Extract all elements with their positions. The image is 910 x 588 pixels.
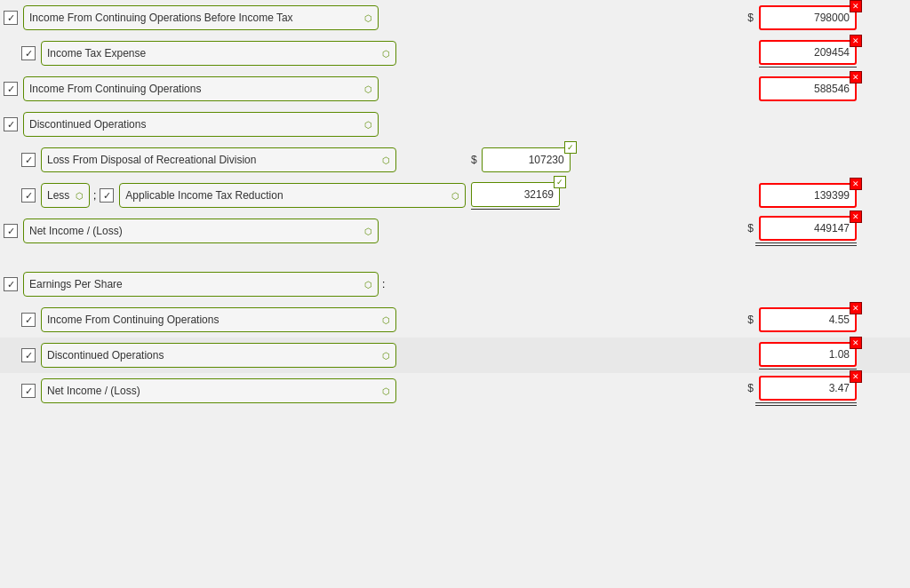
checkbox-less[interactable] (21, 188, 36, 203)
check-icon[interactable]: ✓ (554, 176, 566, 188)
checkbox-income-continuing-ops[interactable] (4, 82, 18, 96)
dollar-sign: $ (747, 12, 754, 24)
arrow-icon: ⬡ (382, 49, 390, 59)
checkbox-eps-discontinued[interactable] (21, 348, 36, 362)
checkbox-eps[interactable] (4, 277, 18, 291)
value-net-income[interactable]: ✕ 449147 (759, 216, 857, 241)
label-income-tax-expense: Income Tax Expense (47, 47, 146, 60)
checkbox-eps-income-continuing[interactable] (21, 313, 36, 327)
value-loss-disposal-mid[interactable]: ✓ 107230 (482, 147, 571, 172)
dollar-sign: $ (747, 382, 754, 394)
value-eps-discontinued[interactable]: ✕ 1.08 (759, 342, 857, 367)
row-eps-header: Earnings Per Share ⬡ : (0, 266, 910, 302)
dropdown-income-continuing-ops[interactable]: Income From Continuing Operations ⬡ (23, 76, 379, 101)
arrow-icon: ⬡ (364, 13, 372, 23)
arrow-icon: ⬡ (364, 84, 372, 94)
x-icon[interactable]: ✕ (850, 0, 862, 12)
section-gap (0, 249, 910, 266)
dropdown-less[interactable]: Less ⬡ (41, 183, 90, 208)
checkbox-net-income[interactable] (4, 224, 18, 238)
dropdown-eps-discontinued[interactable]: Discontinued Operations ⬡ (41, 343, 396, 368)
dropdown-income-tax-expense[interactable]: Income Tax Expense ⬡ (41, 41, 396, 66)
row-eps-discontinued: Discontinued Operations ⬡ ✕ 1.08 (0, 338, 910, 373)
dropdown-eps-income-continuing[interactable]: Income From Continuing Operations ⬡ (41, 307, 396, 332)
value-applicable-right[interactable]: ✕ 139399 (759, 183, 857, 208)
checkbox-income-before-tax[interactable] (4, 11, 18, 25)
row-discontinued-ops: Discontinued Operations ⬡ (0, 107, 910, 142)
label-net-income: Net Income / (Loss) (29, 225, 123, 237)
dollar-sign: $ (747, 314, 754, 326)
row-loss-disposal: Loss From Disposal of Recreational Divis… (0, 142, 910, 178)
label-applicable: Applicable Income Tax Reduction (125, 189, 283, 202)
x-icon[interactable]: ✕ (850, 35, 862, 47)
value-eps-net-income[interactable]: ✕ 3.47 (759, 376, 857, 401)
dropdown-eps[interactable]: Earnings Per Share ⬡ (23, 272, 379, 297)
checkbox-discontinued-ops[interactable] (4, 117, 18, 131)
row-income-before-tax: Income From Continuing Operations Before… (0, 0, 910, 36)
value-eps-income-continuing[interactable]: ✕ 4.55 (759, 307, 857, 332)
value-income-before-tax[interactable]: ✕ 798000 (759, 5, 857, 30)
dropdown-discontinued-ops[interactable]: Discontinued Operations ⬡ (23, 112, 379, 137)
label-loss-disposal: Loss From Disposal of Recreational Divis… (47, 154, 256, 166)
arrow-icon-applicable: ⬡ (451, 191, 459, 201)
arrow-icon: ⬡ (364, 226, 372, 236)
colon-eps: : (382, 278, 385, 290)
x-icon[interactable]: ✕ (850, 302, 862, 314)
arrow-icon-less: ⬡ (76, 191, 84, 201)
arrow-icon: ⬡ (382, 155, 390, 165)
colon-separator: ; (93, 189, 96, 202)
x-icon[interactable]: ✕ (850, 370, 862, 383)
checkbox-income-tax-expense[interactable] (21, 46, 36, 60)
arrow-icon: ⬡ (382, 351, 390, 361)
label-discontinued-ops: Discontinued Operations (29, 118, 146, 131)
arrow-icon: ⬡ (382, 386, 390, 396)
row-income-tax-expense: Income Tax Expense ⬡ ✕ 209454 (0, 36, 910, 71)
dropdown-eps-net-income[interactable]: Net Income / (Loss) ⬡ (41, 378, 396, 403)
label-income-before-tax: Income From Continuing Operations Before… (29, 12, 293, 24)
checkbox-applicable[interactable] (100, 188, 114, 203)
arrow-icon: ⬡ (364, 120, 372, 130)
arrow-icon: ⬡ (382, 315, 390, 325)
dropdown-net-income[interactable]: Net Income / (Loss) ⬡ (23, 219, 379, 243)
x-icon[interactable]: ✕ (850, 337, 862, 349)
x-icon[interactable]: ✕ (850, 178, 862, 190)
label-income-continuing-ops: Income From Continuing Operations (29, 83, 201, 95)
dollar-sign: $ (747, 222, 754, 234)
dropdown-loss-disposal[interactable]: Loss From Disposal of Recreational Divis… (41, 147, 396, 172)
checkbox-loss-disposal[interactable] (21, 153, 36, 167)
row-eps-net-income: Net Income / (Loss) ⬡ $ ✕ 3.47 (0, 373, 910, 409)
value-income-continuing-ops[interactable]: ✕ 588546 (759, 76, 857, 101)
label-eps: Earnings Per Share (29, 278, 123, 290)
x-icon[interactable]: ✕ (850, 71, 862, 83)
label-less: Less (47, 189, 69, 202)
check-icon[interactable]: ✓ (564, 141, 577, 154)
dropdown-applicable[interactable]: Applicable Income Tax Reduction ⬡ (119, 183, 466, 208)
row-income-continuing-ops: Income From Continuing Operations ⬡ ✕ 58… (0, 71, 910, 107)
value-applicable-mid[interactable]: ✓ 32169 (471, 182, 560, 207)
x-icon[interactable]: ✕ (850, 211, 862, 223)
checkbox-eps-net-income[interactable] (21, 384, 36, 398)
dollar-sign-mid: $ (471, 154, 477, 166)
dropdown-income-before-tax[interactable]: Income From Continuing Operations Before… (23, 5, 379, 30)
arrow-icon: ⬡ (364, 280, 372, 290)
row-eps-income-continuing: Income From Continuing Operations ⬡ $ ✕ … (0, 302, 910, 338)
label-eps-income-continuing: Income From Continuing Operations (47, 314, 219, 326)
row-net-income: Net Income / (Loss) ⬡ $ ✕ 449147 (0, 213, 910, 249)
row-less-applicable: Less ⬡ ; Applicable Income Tax Reduction… (0, 178, 910, 213)
label-eps-net-income: Net Income / (Loss) (47, 385, 140, 397)
label-eps-discontinued: Discontinued Operations (47, 349, 164, 362)
value-income-tax-expense[interactable]: ✕ 209454 (759, 40, 857, 65)
